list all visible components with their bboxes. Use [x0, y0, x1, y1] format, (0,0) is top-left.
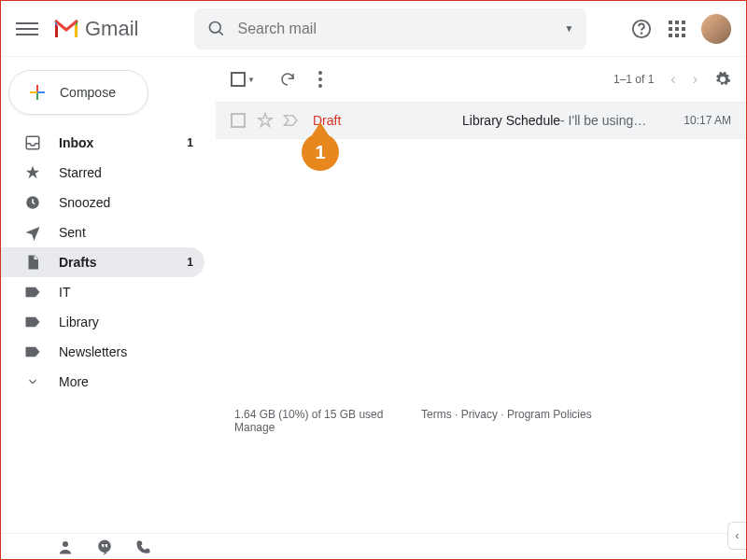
sidebar: Compose Inbox 1 Starred Snoozed Sent	[1, 57, 216, 560]
search-icon	[207, 20, 226, 38]
sent-icon	[23, 224, 42, 241]
account-avatar[interactable]	[701, 14, 731, 44]
sidebar-item-sent[interactable]: Sent	[1, 217, 204, 247]
row-sender: Draft	[313, 113, 462, 128]
plus-icon	[28, 83, 47, 102]
star-icon	[23, 164, 42, 181]
sidebar-item-label: Newsletters	[59, 344, 127, 359]
sidebar-item-count: 1	[187, 136, 193, 149]
sidebar-item-label: Starred	[59, 165, 102, 180]
google-apps-icon[interactable]	[666, 18, 688, 40]
svg-point-7	[318, 77, 322, 81]
side-panel-toggle[interactable]: ‹	[727, 522, 746, 550]
drafts-icon	[23, 254, 42, 271]
svg-point-0	[210, 21, 221, 33]
support-icon[interactable]	[630, 18, 653, 40]
label-icon	[23, 345, 42, 358]
message-row[interactable]: Draft Library Schedule - I'll be using… …	[216, 102, 746, 139]
header: Gmail ▼	[1, 1, 746, 57]
sidebar-item-count: 1	[187, 256, 193, 269]
contacts-icon[interactable]	[57, 539, 74, 555]
gmail-logo[interactable]: Gmail	[53, 17, 138, 41]
search-box[interactable]: ▼	[194, 8, 586, 49]
svg-point-3	[641, 33, 642, 34]
sidebar-item-label: More	[59, 374, 89, 389]
sidebar-item-label: Drafts	[59, 255, 96, 270]
settings-button[interactable]	[714, 71, 731, 88]
phone-icon[interactable]	[135, 539, 152, 555]
select-dropdown[interactable]: ▼	[247, 76, 255, 84]
manage-storage-link[interactable]: Manage	[234, 421, 421, 434]
row-time: 10:17 AM	[684, 114, 731, 127]
sidebar-item-label: Sent	[59, 225, 86, 240]
refresh-button[interactable]	[279, 71, 296, 88]
gmail-m-icon	[53, 19, 79, 39]
label-icon	[23, 286, 42, 299]
sidebar-item-label: Inbox	[59, 135, 93, 150]
hangouts-bar	[1, 533, 746, 559]
svg-point-6	[318, 71, 322, 75]
sidebar-item-snoozed[interactable]: Snoozed	[1, 188, 204, 217]
row-subject: Library Schedule - I'll be using…	[462, 113, 684, 128]
svg-point-8	[318, 84, 322, 88]
search-input[interactable]	[237, 21, 564, 37]
sidebar-item-drafts[interactable]: Drafts 1	[1, 247, 204, 277]
svg-point-9	[63, 541, 68, 547]
sidebar-item-label: Snoozed	[59, 195, 110, 210]
sidebar-item-library[interactable]: Library	[1, 307, 204, 337]
search-options-dropdown[interactable]: ▼	[565, 23, 574, 34]
next-page-button[interactable]: ›	[693, 71, 698, 88]
gmail-logo-text: Gmail	[85, 17, 138, 41]
footer: 1.64 GB (10%) of 15 GB used Manage Terms…	[216, 393, 746, 449]
select-all-checkbox[interactable]	[231, 72, 246, 87]
sidebar-item-label: Library	[59, 315, 99, 329]
sidebar-item-it[interactable]: IT	[1, 277, 204, 307]
sidebar-item-starred[interactable]: Starred	[1, 158, 204, 188]
importance-marker-icon[interactable]	[283, 114, 300, 127]
compose-button[interactable]: Compose	[8, 70, 148, 115]
main-panel: ▼ 1–1 of 1 ‹ › Draft Library Schedule - …	[216, 57, 746, 560]
svg-line-1	[219, 31, 223, 35]
row-checkbox[interactable]	[231, 113, 246, 128]
storage-text: 1.64 GB (10%) of 15 GB used	[234, 408, 421, 421]
star-icon[interactable]	[257, 112, 274, 129]
main-menu-button[interactable]	[16, 18, 38, 40]
clock-icon	[23, 194, 42, 211]
more-button[interactable]	[318, 71, 322, 88]
hangouts-icon[interactable]	[96, 539, 113, 555]
label-icon	[23, 315, 42, 329]
sidebar-item-label: IT	[59, 285, 70, 300]
sidebar-item-more[interactable]: More	[1, 367, 204, 397]
compose-label: Compose	[60, 85, 116, 100]
svg-point-10	[98, 539, 111, 553]
prev-page-button[interactable]: ‹	[670, 71, 675, 88]
inbox-icon	[23, 134, 42, 151]
pagination-range: 1–1 of 1	[613, 73, 654, 86]
chevron-down-icon	[23, 375, 42, 388]
footer-links[interactable]: Terms · Privacy · Program Policies	[421, 408, 592, 434]
sidebar-item-newsletters[interactable]: Newsletters	[1, 337, 204, 367]
toolbar: ▼ 1–1 of 1 ‹ ›	[216, 57, 746, 102]
sidebar-item-inbox[interactable]: Inbox 1	[1, 128, 204, 158]
